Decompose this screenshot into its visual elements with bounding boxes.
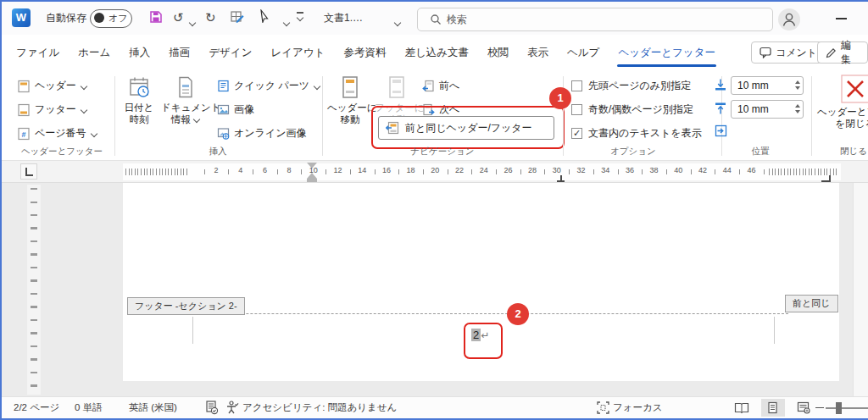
word-window: W 自動保存 オフ ↺ ↻ 文書1.… 検索 [0,0,868,420]
tab-mailings[interactable]: 差し込み文書 [395,35,478,71]
editing-button[interactable]: 編集 [817,41,868,64]
vertical-scrollbar[interactable] [853,183,868,396]
tab-layout[interactable]: レイアウト [261,35,334,71]
header-button[interactable]: ヘッダー [17,79,87,93]
undo-dropdown-chevron-icon[interactable] [189,19,196,26]
tab-insert[interactable]: 挿入 [120,35,159,71]
tab-header-footer[interactable]: ヘッダーとフッター [609,35,725,71]
ruler-number: 24 [476,166,492,174]
quick-parts-icon [217,80,230,92]
ruler-tick [301,169,302,174]
document-title-chevron-icon[interactable] [394,19,401,26]
alignment-tab-button[interactable] [715,124,727,137]
page-number-button[interactable]: # ページ番号 [17,126,97,141]
ribbon: ヘッダー フッター # ページ番号 ヘッダーとフッター 日付と時刻 [2,71,868,161]
search-input[interactable]: 検索 [417,8,773,31]
left-indent-marker[interactable] [307,179,317,182]
document-info-icon [175,76,196,98]
spinner-arrows-icon[interactable] [795,102,800,113]
header-position-icon [714,78,727,91]
ruler-number: 38 [646,166,663,174]
read-mode-icon[interactable] [734,401,749,414]
cursor-dropdown-chevron-icon[interactable] [283,19,290,26]
zoom-slider-handle[interactable] [836,402,842,414]
group-label-position: 位置 [731,146,790,158]
checkbox-different-first-page[interactable] [571,80,582,91]
tab-review[interactable]: 校閲 [478,35,518,71]
tab-references[interactable]: 参考資料 [334,35,395,71]
header-from-top-spinner[interactable]: 10 mm [731,76,804,95]
footer-button[interactable]: フッター [17,102,87,117]
close-header-footer-button[interactable]: ヘッダーとフッターを閉じる [817,75,868,130]
ruler-band[interactable]: 2468101214161820222426283032343638404244… [123,163,841,180]
zoom-out-button[interactable] [815,407,824,409]
draw-table-icon[interactable] [231,10,244,24]
footer-from-bottom-spinner[interactable]: 10 mm [731,100,804,119]
autosave-toggle[interactable]: オフ [90,9,132,28]
footer-position-icon [714,102,727,115]
footer-from-bottom-value[interactable]: 10 mm [737,103,769,115]
zoom-slider-track[interactable] [826,407,868,409]
comments-button[interactable]: コメント [751,41,826,64]
previous-button[interactable]: 前へ [422,79,459,93]
tab-home[interactable]: ホーム [69,35,120,71]
header-icon [17,80,31,93]
proofing-icon[interactable] [205,401,219,415]
right-tab-stop-marker[interactable] [821,175,831,182]
comments-button-label: コメント [776,46,817,60]
ruler-tick [277,169,278,174]
online-picture-button[interactable]: オンライン画像 [217,126,306,141]
option-show-document-text[interactable]: ✓ 文書内のテキストを表示 [571,126,702,141]
page-number-icon: # [17,127,31,141]
group-separator [114,76,115,156]
language-indicator[interactable]: 英語 (米国) [129,401,177,414]
tab-selector[interactable] [20,163,37,180]
header-from-top-value[interactable]: 10 mm [737,80,769,91]
undo-icon[interactable]: ↺ [173,8,184,27]
group-label-close: 閉じる [828,146,868,158]
ruler-number: 18 [403,166,420,174]
accessibility-status[interactable]: アクセシビリティ: 問題ありません [242,401,397,414]
editing-button-label: 編集 [841,38,860,67]
document-title[interactable]: 文書1.… [324,8,363,27]
print-layout-icon[interactable] [766,401,779,414]
ruler-number: 44 [719,166,736,174]
page-indicator[interactable]: 2/2 ページ [14,401,59,414]
date-time-button[interactable]: 日付と時刻 [120,76,158,125]
picture-button[interactable]: 画像 [217,102,254,117]
checkbox-different-odd-even[interactable] [571,104,582,115]
focus-mode-button[interactable]: フォーカス [613,401,663,414]
checkbox-show-document-text[interactable]: ✓ [571,128,582,139]
minimize-button[interactable] [836,18,847,19]
tab-design[interactable]: デザイン [199,35,261,71]
document-info-button[interactable]: ドキュメント情報 [161,76,210,125]
ruler-number: 30 [548,166,565,174]
quick-parts-button[interactable]: クイック パーツ [217,79,320,93]
option-different-first-page[interactable]: 先頭ページのみ別指定 [571,79,691,93]
ruler-tick [471,169,472,174]
ruler-number: 6 [256,166,273,174]
margin-boundary-mark [192,317,193,344]
tab-help[interactable]: ヘルプ [558,35,609,71]
ribbon-tab-row: ファイル ホーム 挿入 描画 デザイン レイアウト 参考資料 差し込み文書 校閲… [2,35,868,71]
ruler-tick [350,169,351,174]
option-different-odd-even[interactable]: 奇数/偶数ページ別指定 [571,102,693,117]
web-layout-icon[interactable] [797,401,810,414]
account-avatar[interactable] [778,8,800,30]
focus-icon [597,401,609,414]
redo-icon[interactable]: ↻ [205,8,216,27]
tab-view[interactable]: 表示 [518,35,558,71]
qat-overflow-icon[interactable] [297,12,305,22]
tab-selector-icon [25,168,33,176]
save-icon[interactable] [149,10,163,24]
tab-file[interactable]: ファイル [7,35,69,71]
center-tab-stop-marker[interactable] [557,175,565,182]
select-cursor-icon[interactable] [258,9,270,23]
goto-header-button[interactable]: ヘッダーに移動 [327,76,373,125]
tab-draw[interactable]: 描画 [159,35,199,71]
ribbon-tabs: ファイル ホーム 挿入 描画 デザイン レイアウト 参考資料 差し込み文書 校閲… [7,35,725,71]
spinner-arrows-icon[interactable] [795,78,800,90]
word-logo-icon[interactable]: W [12,8,31,27]
ruler-tick [593,169,594,174]
word-count[interactable]: 0 単語 [75,401,103,414]
